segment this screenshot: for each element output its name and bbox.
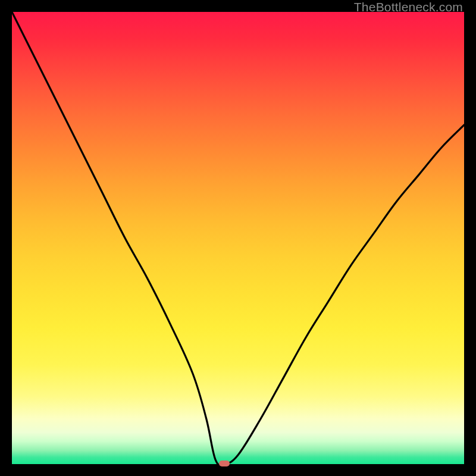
plot-area — [12, 12, 464, 464]
chart-frame: TheBottleneck.com — [0, 0, 476, 476]
watermark-text: TheBottleneck.com — [354, 0, 463, 14]
bottleneck-curve — [12, 12, 464, 464]
optimal-point-marker — [219, 461, 230, 466]
